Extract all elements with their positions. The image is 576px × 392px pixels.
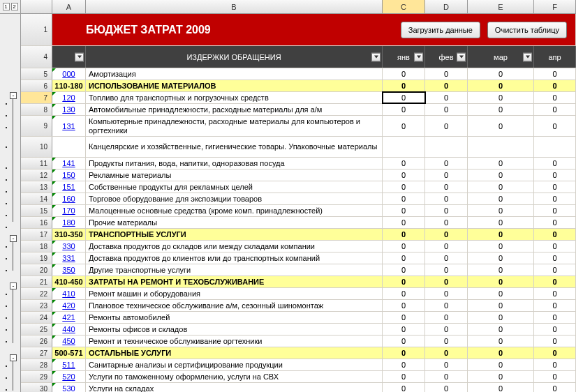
row-header[interactable]: 24	[21, 312, 52, 323]
cell-value[interactable]: 0	[534, 104, 576, 115]
row-header[interactable]: 21	[21, 276, 52, 287]
row-header[interactable]: 30	[21, 383, 52, 392]
row-header[interactable]: 28	[21, 359, 52, 370]
cell-value[interactable]: 0	[383, 158, 425, 169]
cell-code[interactable]: 160	[52, 193, 86, 204]
row-header[interactable]: 18	[21, 241, 52, 252]
cell-value[interactable]: 0	[383, 264, 425, 276]
cell-value[interactable]: 0	[468, 383, 534, 392]
cell-value[interactable]: 0	[468, 104, 534, 115]
cell-code[interactable]: 450	[52, 336, 86, 347]
cell-code[interactable]: 331	[52, 252, 86, 264]
cell-value[interactable]: 0	[468, 252, 534, 264]
cell-value[interactable]: 0	[468, 300, 534, 311]
cell-value[interactable]: 0	[425, 383, 468, 392]
cell-value[interactable]: 0	[383, 68, 425, 80]
cell-value[interactable]: 0	[468, 193, 534, 204]
cell-value[interactable]: 0	[383, 116, 425, 136]
cell-value[interactable]: 0	[534, 312, 576, 323]
cell-value[interactable]: 0	[383, 300, 425, 311]
cell-value[interactable]: 0	[383, 241, 425, 252]
cell-value[interactable]: 0	[383, 383, 425, 392]
cell-value[interactable]	[468, 137, 534, 157]
col-header-E[interactable]: E	[468, 0, 534, 13]
cell-value[interactable]: 0	[468, 229, 534, 240]
row-header[interactable]: 23	[21, 300, 52, 311]
cell-value[interactable]: 0	[383, 169, 425, 181]
cell-value[interactable]: 0	[534, 383, 576, 392]
cell-value[interactable]: 0	[425, 217, 468, 228]
cell-value[interactable]: 0	[534, 169, 576, 181]
row-header-4[interactable]: 4	[21, 46, 52, 68]
col-header-D[interactable]: D	[425, 0, 468, 13]
cell-value[interactable]: 0	[468, 92, 534, 103]
cell-value[interactable]: 0	[468, 217, 534, 228]
cell-value[interactable]: 0	[468, 181, 534, 193]
cell-value[interactable]: 0	[534, 158, 576, 169]
cell-value[interactable]: 0	[383, 252, 425, 264]
cell-code[interactable]: 180	[52, 217, 86, 228]
cell-value[interactable]: 0	[468, 264, 534, 276]
cell-code[interactable]: 520	[52, 371, 86, 382]
cell-value[interactable]: 0	[425, 312, 468, 323]
row-header[interactable]: 25	[21, 324, 52, 335]
row-header[interactable]: 22	[21, 288, 52, 299]
col-header-A[interactable]: A	[52, 0, 86, 13]
cell-value[interactable]: 0	[425, 229, 468, 240]
cell-value[interactable]: 0	[534, 276, 576, 287]
row-header[interactable]: 6	[21, 80, 52, 91]
outline-level-2[interactable]: 2	[11, 3, 18, 10]
row-header[interactable]: 10	[21, 137, 52, 157]
filter-icon[interactable]	[371, 52, 381, 61]
cell-value[interactable]: 0	[383, 359, 425, 370]
cell-code[interactable]: 421	[52, 312, 86, 323]
cell-value[interactable]: 0	[468, 169, 534, 181]
row-header[interactable]: 12	[21, 169, 52, 181]
cell-code[interactable]: 150	[52, 169, 86, 181]
cell-value[interactable]: 0	[425, 336, 468, 347]
cell-value[interactable]: 0	[468, 312, 534, 323]
row-header[interactable]: 17	[21, 229, 52, 240]
select-all-corner[interactable]	[21, 0, 52, 13]
cell-code[interactable]: 120	[52, 92, 86, 103]
cell-value[interactable]: 0	[383, 104, 425, 115]
cell-value[interactable]: 0	[383, 324, 425, 335]
cell-value[interactable]: 0	[425, 276, 468, 287]
row-header[interactable]: 20	[21, 264, 52, 276]
cell-value[interactable]: 0	[383, 336, 425, 347]
filter-icon[interactable]	[457, 52, 466, 61]
filter-icon[interactable]	[523, 52, 532, 61]
outline-collapse-button[interactable]: -	[10, 92, 17, 99]
clear-table-button[interactable]: Очистить таблицу	[487, 22, 567, 38]
cell-value[interactable]: 0	[425, 300, 468, 311]
cell-value[interactable]: 0	[383, 276, 425, 287]
cell-value[interactable]: 0	[468, 347, 534, 359]
cell-value[interactable]: 0	[534, 193, 576, 204]
cell-value[interactable]: 0	[383, 181, 425, 193]
cell-code[interactable]: 000	[52, 68, 86, 80]
cell-code[interactable]: 440	[52, 324, 86, 335]
cell-value[interactable]: 0	[534, 181, 576, 193]
row-header[interactable]: 11	[21, 158, 52, 169]
row-header[interactable]: 13	[21, 181, 52, 193]
cell-value[interactable]: 0	[534, 92, 576, 103]
cell-value[interactable]: 0	[425, 347, 468, 359]
cell-value[interactable]: 0	[534, 264, 576, 276]
cell-value[interactable]: 0	[468, 241, 534, 252]
cell-value[interactable]: 0	[534, 229, 576, 240]
cell-value[interactable]: 0	[534, 68, 576, 80]
row-header[interactable]: 16	[21, 217, 52, 228]
cell-code[interactable]: 170	[52, 205, 86, 216]
cell-value[interactable]: 0	[468, 80, 534, 91]
cell-value[interactable]: 0	[383, 312, 425, 323]
cell-value[interactable]: 0	[468, 288, 534, 299]
cell-value[interactable]: 0	[468, 324, 534, 335]
cell-code[interactable]: 130	[52, 104, 86, 115]
row-header[interactable]: 8	[21, 104, 52, 115]
col-header-C[interactable]: C	[383, 0, 425, 13]
cell-value[interactable]: 0	[425, 359, 468, 370]
cell-value[interactable]: 0	[425, 324, 468, 335]
outline-collapse-button[interactable]: -	[10, 235, 17, 242]
row-header-1[interactable]: 1	[21, 14, 52, 45]
cell-value[interactable]: 0	[383, 229, 425, 240]
